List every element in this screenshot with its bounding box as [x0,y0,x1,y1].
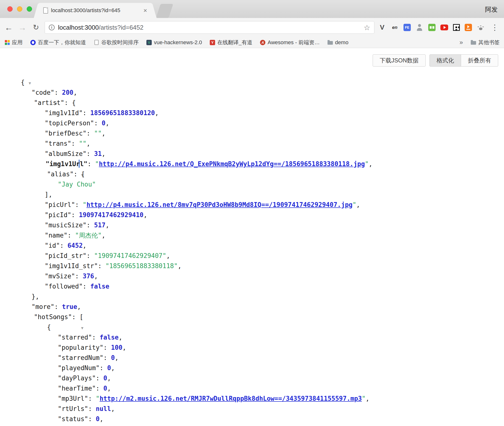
json-string: " [365,160,369,168]
minimize-window-button[interactable] [17,6,22,12]
address-bar[interactable]: i localhost:3000/artists?id=6452 ☆ [45,21,374,34]
json-url-link[interactable]: http://p4.music.126.net/Q_ExePNkmqB2yWyL… [99,160,365,168]
collapse-all-button[interactable]: 折叠所有 [461,54,498,67]
qr-code-extension-icon[interactable] [453,24,460,31]
close-window-button[interactable] [7,6,13,12]
json-punctuation: : [100,364,107,372]
json-action-row: 下载JSON数据 格式化 折叠所有 [0,48,504,67]
json-punctuation: , [105,222,109,229]
other-bookmarks-label: 其他书签 [478,39,500,46]
browser-menu-icon[interactable]: ⋮ [489,23,500,32]
json-punctuation: : [96,385,103,392]
json-line: }, [0,291,504,302]
json-string: " [353,201,356,208]
json-punctuation: , [102,130,106,137]
apps-grid-icon [4,40,10,45]
json-key: "code" [32,89,54,96]
json-key: "rtUrls" [58,405,88,412]
json-line: ], [0,189,504,200]
tab-strip: localhost:3000/artists?id=645 × 阿发 [0,0,504,18]
json-punctuation: : [103,354,111,361]
json-punctuation: : [86,130,94,137]
profile-name[interactable]: 阿发 [485,5,498,14]
tampermonkey-extension-icon[interactable] [428,24,436,31]
json-string: " [95,160,99,168]
bookmark-label: 在线翻译_有道 [217,39,252,46]
download-json-button[interactable]: 下载JSON数据 [373,54,426,67]
format-button[interactable]: 格式化 [429,54,461,67]
bookmark-label: demo [335,39,348,46]
bookmark-baidu[interactable]: 百度一下，你就知道 [30,39,86,46]
json-key: "more" [32,303,54,310]
fe-extension-icon[interactable]: FE [403,24,411,31]
bookmark-apps[interactable]: 应用 [4,39,23,46]
json-string: "Jay Chou" [58,181,96,188]
new-tab-button[interactable] [156,4,173,18]
url-text[interactable]: localhost:3000/artists?id=6452 [58,24,361,31]
json-punctuation: : [96,375,103,382]
vue-favicon-icon: V [146,40,152,45]
json-key: "picUrl" [45,201,75,208]
vimium-extension-icon[interactable]: V [378,24,386,31]
bookmark-google-sort[interactable]: 谷歌按时间排序 [94,39,139,46]
reload-icon[interactable]: ↻ [31,24,41,31]
json-line: "starred": false, [0,332,504,342]
json-line: "code": 200, [0,87,504,98]
json-line: "picUrl": "http://p4.music.126.net/8mv7q… [0,200,504,210]
page-info-icon[interactable]: i [49,25,55,30]
collapse-triangle-icon[interactable]: ▼ [29,81,31,85]
json-punctuation: , [118,334,122,341]
json-key: "popularity" [58,344,103,351]
json-punctuation: , [166,252,170,259]
json-line: ▼{ [0,322,504,332]
tab-close-icon[interactable]: × [143,7,147,14]
json-key: "id" [45,242,60,249]
bookmark-label: 应用 [12,39,23,46]
bookmark-awesomes[interactable]: A Awesomes - 前端资… [260,39,320,46]
json-url-link[interactable]: http://m2.music.126.net/RMJR7wDullRqppBk… [100,395,362,402]
json-punctuation: , [73,89,77,96]
bookmarks-overflow-icon[interactable]: » [460,39,463,46]
browser-tab[interactable]: localhost:3000/artists?id=645 × [39,3,151,18]
bookmark-vue-hackernews[interactable]: V vue-hackernews-2.0 [146,39,202,46]
user-silhouette-extension-icon[interactable] [416,24,423,31]
json-punctuation: : [88,395,96,402]
collapse-triangle-icon[interactable]: ▼ [81,326,84,330]
json-punctuation: , [100,415,103,423]
bookmarks-bar: 应用 百度一下，你就知道 谷歌按时间排序 V vue-hackernews-2.… [0,37,504,48]
paw-extension-icon[interactable] [477,24,485,31]
extensions-row: V en FE ⋮ [378,23,500,32]
json-line: "copyFrom": "", [0,424,504,426]
json-number: 376 [83,273,94,280]
json-punctuation: { [21,79,25,86]
json-punctuation: : [103,344,111,351]
json-punctuation: , [155,109,159,117]
translate-pen-extension-icon[interactable]: en [391,24,399,31]
json-key: "picId" [45,211,71,219]
json-line: "followed": false [0,281,504,291]
youtube-extension-icon[interactable] [440,25,448,30]
bookmark-youdao[interactable]: Y 在线翻译_有道 [210,39,252,46]
json-string: "19097417462929407" [94,252,166,259]
bookmark-demo[interactable]: demo [328,39,348,46]
json-key: "name" [45,232,67,239]
fullscreen-window-button[interactable] [27,6,32,12]
json-punctuation: , [178,262,182,270]
youdao-favicon-icon: Y [210,40,215,45]
json-line: "briefDesc": "", [0,128,504,138]
tab-title: localhost:3000/artists?id=645 [51,7,141,14]
json-punctuation: : [67,232,75,239]
other-bookmarks[interactable]: 其他书签 [471,39,500,46]
player-extension-icon[interactable] [465,24,472,31]
navigation-toolbar: ← → ↻ i localhost:3000/artists?id=6452 ☆… [0,18,504,37]
json-punctuation: , [122,344,126,351]
json-url-link[interactable]: http://p4.music.126.net/8mv7qP30Pd3oHW8b… [86,201,353,208]
json-punctuation: }, [32,293,39,300]
back-icon[interactable]: ← [4,23,14,32]
json-string: " [362,395,366,402]
json-punctuation: : [86,150,94,157]
bookmark-star-icon[interactable]: ☆ [364,23,370,32]
json-key: "mp3Url" [58,395,88,402]
json-punctuation: , [94,273,98,280]
json-line: "id": 6452, [0,240,504,251]
